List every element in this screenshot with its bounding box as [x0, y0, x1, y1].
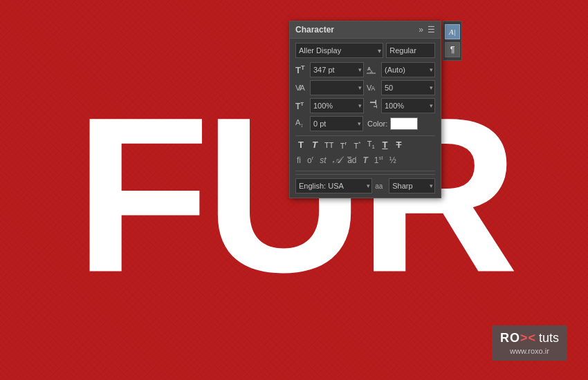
panel-title: Character [295, 25, 334, 35]
divider-1 [295, 135, 435, 136]
script-button[interactable]: 𝒜 [331, 153, 342, 167]
character-tab-button[interactable]: A| [445, 24, 460, 39]
panel-titlebar: Character » ☰ [290, 21, 441, 39]
language-wrap: English: USA [295, 178, 372, 193]
font-name-wrap: Aller Display [295, 43, 383, 58]
ordinal-button[interactable]: or [306, 154, 315, 166]
divider-2 [295, 171, 435, 171]
kerning-icon: V/A [295, 84, 308, 92]
panel-body: Aller Display Regular TT [290, 39, 441, 198]
strikethrough-button[interactable]: T [393, 139, 404, 151]
character-panel: Character » ☰ Aller Display Regular TT [289, 21, 441, 198]
tracking-group: VA [367, 80, 435, 95]
kerning-wrap [310, 80, 364, 95]
watermark-url: www.roxo.ir [500, 347, 559, 355]
antialiasing-select[interactable]: Sharp [389, 178, 435, 193]
h-scale-group: TT [295, 98, 364, 113]
fraction-button[interactable]: ½ [388, 155, 398, 166]
watermark: RO>< tuts www.roxo.ir [492, 325, 567, 361]
watermark-arrow: >< [520, 331, 536, 345]
panel-sidebar: A| ¶ [443, 21, 462, 61]
h-scale-wrap [310, 98, 364, 113]
baseline-color-row: A↕ Color: [295, 116, 435, 131]
v-scale-group: TT [367, 98, 435, 113]
color-swatch[interactable] [390, 117, 418, 130]
h-scale-icon: TT [295, 101, 308, 111]
leading-group: A A [367, 62, 435, 77]
aa-icon: aa [375, 182, 386, 190]
panel-menu-button[interactable]: ☰ [428, 25, 435, 35]
superscript-button[interactable]: Tr [338, 140, 349, 151]
paragraph-tab-button[interactable]: ¶ [445, 42, 460, 57]
watermark-logo: RO>< [500, 331, 536, 345]
italic-button[interactable]: T [309, 139, 320, 151]
font-row: Aller Display Regular [295, 43, 435, 58]
font-size-icon: TT [295, 64, 308, 75]
subscript-button[interactable]: T1 [365, 139, 376, 151]
baseline-icon: A↕ [295, 118, 308, 129]
watermark-tuts: tuts [539, 331, 559, 345]
v-scale-icon: TT [368, 99, 378, 112]
superscript3-button[interactable]: 1st [373, 154, 385, 166]
style-buttons-row: T T TT Tr T* T1 T T [295, 139, 435, 151]
font-style-select[interactable]: Regular [386, 43, 435, 58]
tracking-wrap [381, 80, 435, 95]
kern-track-row: V/A VA [295, 80, 435, 95]
bottom-row: English: USA aa Sharp [295, 174, 435, 193]
antialiasing-wrap: Sharp [389, 178, 435, 193]
font-size-group: TT [295, 62, 364, 77]
kerning-group: V/A [295, 80, 364, 95]
font-style-wrap: Regular [386, 43, 435, 58]
st-lig-button[interactable]: st [318, 155, 327, 166]
leading-input[interactable] [381, 62, 435, 77]
tracking-input[interactable] [381, 80, 435, 95]
superscript2-button[interactable]: T* [351, 140, 362, 151]
leading-icon: A A [367, 64, 379, 75]
language-select[interactable]: English: USA [295, 178, 372, 193]
tracking-icon: VA [367, 84, 379, 92]
fi-lig-button[interactable]: fi [295, 155, 302, 166]
tt-button[interactable]: TT [323, 140, 335, 150]
font-size-wrap [310, 62, 364, 77]
panel-title-icons: » ☰ [419, 25, 435, 35]
font-name-select[interactable]: Aller Display [295, 43, 383, 58]
underline-button[interactable]: T [379, 139, 390, 151]
bold-button[interactable]: T [295, 139, 306, 151]
baseline-wrap [310, 116, 363, 131]
v-scale-wrap [381, 98, 435, 113]
italic2-button[interactable]: T [361, 155, 369, 166]
kerning-input[interactable] [310, 80, 364, 95]
panel-collapse-button[interactable]: » [419, 25, 423, 35]
overline-button[interactable]: a̅d [346, 155, 358, 166]
v-scale-input[interactable] [381, 98, 435, 113]
h-scale-input[interactable] [310, 98, 364, 113]
baseline-input[interactable] [310, 116, 363, 131]
size-leading-row: TT A A [295, 62, 435, 77]
ligature-row: fi or st 𝒜 a̅d T 1st ½ [295, 153, 435, 167]
leading-wrap [381, 62, 435, 77]
color-label: Color: [367, 120, 387, 128]
scale-row: TT TT [295, 98, 435, 113]
font-size-input[interactable] [310, 62, 364, 77]
